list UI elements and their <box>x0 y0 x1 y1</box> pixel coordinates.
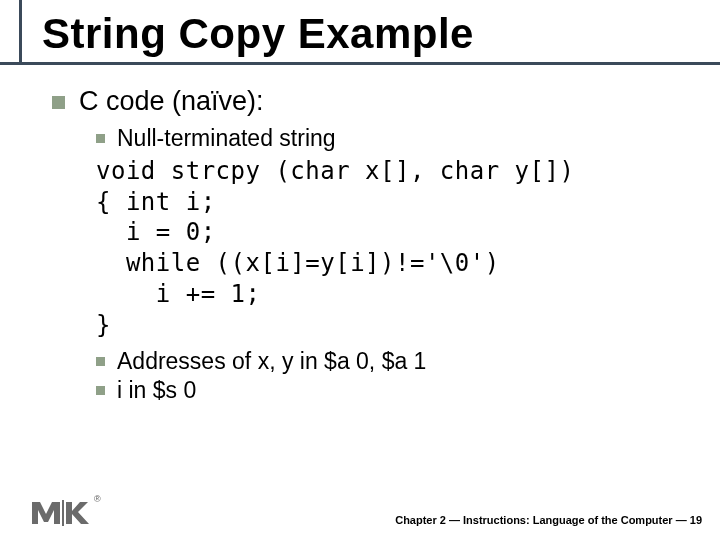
bullet-level2: i in $s 0 <box>96 377 680 404</box>
square-bullet-icon <box>96 386 105 395</box>
content-area: C code (naïve): Null-terminated string v… <box>0 58 720 404</box>
bullet-level1: C code (naïve): <box>52 86 680 117</box>
level2-text: Null-terminated string <box>117 125 336 152</box>
square-bullet-icon <box>96 357 105 366</box>
level2-text: Addresses of x, y in $a 0, $a 1 <box>117 348 426 375</box>
code-block: void strcpy (char x[], char y[]) { int i… <box>96 156 680 340</box>
square-bullet-icon <box>96 134 105 143</box>
title-rule-vertical <box>0 0 22 62</box>
level2-text: i in $s 0 <box>117 377 196 404</box>
slide-title: String Copy Example <box>0 10 720 58</box>
title-rule-horizontal <box>0 62 720 65</box>
registered-mark-icon: ® <box>94 494 101 504</box>
bullet-level2: Addresses of x, y in $a 0, $a 1 <box>96 348 680 375</box>
publisher-logo: ® <box>30 498 99 528</box>
title-area: String Copy Example <box>0 0 720 58</box>
level2-block: Null-terminated string void strcpy (char… <box>52 125 680 404</box>
mk-logo-icon <box>30 498 92 528</box>
footer-text: Chapter 2 — Instructions: Language of th… <box>395 514 702 526</box>
level1-text: C code (naïve): <box>79 86 264 117</box>
bullet-level2: Null-terminated string <box>96 125 680 152</box>
square-bullet-icon <box>52 96 65 109</box>
